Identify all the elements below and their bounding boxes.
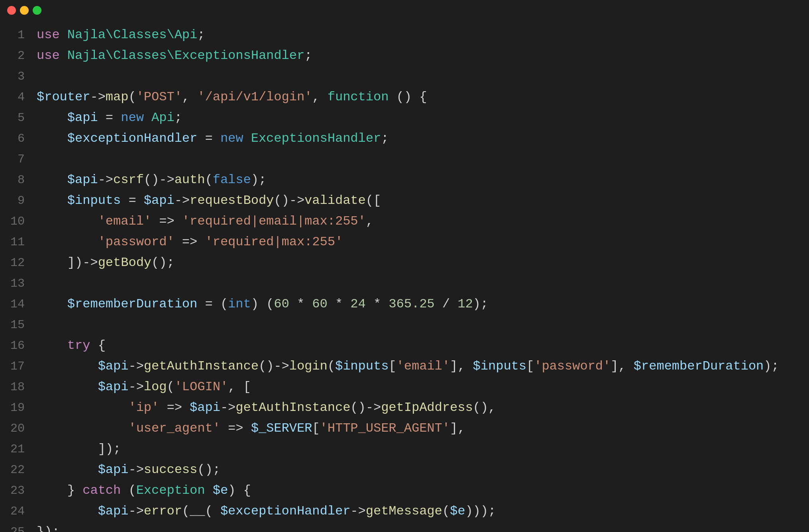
token-ns: Najla\Classes\Api <box>67 27 197 42</box>
token-kw-use: use <box>37 48 60 63</box>
token-plain: = ( <box>197 297 228 311</box>
token-func-call: getAuthInstance <box>236 400 350 415</box>
line-content: $router->map('POST', '/api/v1/login', fu… <box>37 87 427 108</box>
token-plain: => <box>220 421 251 436</box>
token-func-call: map <box>106 90 129 104</box>
token-plain: * <box>289 297 312 311</box>
line-number: 23 <box>4 480 25 501</box>
token-var: $inputs <box>67 193 121 208</box>
token-plain: -> <box>90 90 105 104</box>
code-line: 1use Najla\Classes\Api; <box>0 25 809 45</box>
token-plain: -> <box>128 379 143 394</box>
token-func-call: getMessage <box>366 504 442 518</box>
line-content: $api->log('LOGIN', [ <box>37 377 251 397</box>
token-plain <box>37 110 67 125</box>
traffic-light-red[interactable] <box>7 6 16 15</box>
token-plain: -> <box>175 193 190 208</box>
token-plain <box>37 421 128 436</box>
token-func-call: getAuthInstance <box>144 359 259 374</box>
token-class-name: Exception <box>136 483 205 498</box>
token-plain: -> <box>220 400 236 415</box>
token-plain: -> <box>128 359 143 374</box>
token-class-name: Api <box>151 110 175 125</box>
token-plain: (__( <box>182 504 220 518</box>
token-catch-kw: catch <box>82 483 121 498</box>
code-line: 2use Najla\Classes\ExceptionsHandler; <box>0 45 809 66</box>
code-line: 23 } catch (Exception $e) { <box>0 480 809 501</box>
token-kw-green: function <box>328 90 389 104</box>
line-number: 10 <box>4 211 25 232</box>
token-plain: }); <box>37 524 60 532</box>
line-number: 1 <box>4 25 25 45</box>
token-plain: , [ <box>228 379 251 394</box>
token-var: $api <box>98 379 129 394</box>
token-plain <box>37 193 67 208</box>
token-var: $router <box>37 90 90 104</box>
token-ns: Najla\Classes\ExceptionsHandler <box>67 48 304 63</box>
token-var: $api <box>98 504 129 518</box>
token-plain: * <box>328 297 351 311</box>
token-plain: } <box>37 483 82 498</box>
token-plain <box>37 131 67 146</box>
line-number: 12 <box>4 252 25 273</box>
token-class-name: ExceptionsHandler <box>251 131 381 146</box>
line-content: try { <box>37 335 106 356</box>
line-content: 'ip' => $api->getAuthInstance()->getIpAd… <box>37 397 496 418</box>
line-content <box>37 66 44 87</box>
token-var: $rememberDuration <box>67 297 197 311</box>
token-key: 'HTTP_USER_AGENT' <box>320 421 450 436</box>
token-plain: , <box>366 214 373 229</box>
line-number: 8 <box>4 170 25 190</box>
code-line: 7 <box>0 149 809 170</box>
token-plain: ) ( <box>251 297 274 311</box>
token-num: 60 <box>312 297 327 311</box>
code-line: 22 $api->success(); <box>0 460 809 480</box>
token-plain <box>37 214 98 229</box>
token-var: $api <box>98 462 129 477</box>
line-number: 19 <box>4 397 25 418</box>
token-plain: ]); <box>37 442 121 456</box>
line-number: 9 <box>4 190 25 211</box>
code-line: 16 try { <box>0 335 809 356</box>
token-func-call: login <box>289 359 328 374</box>
token-try-kw: try <box>67 338 90 353</box>
code-line: 6 $exceptionHandler = new ExceptionsHand… <box>0 128 809 149</box>
line-number: 3 <box>4 66 25 87</box>
token-plain: / <box>435 297 458 311</box>
line-content: $api = new Api; <box>37 108 182 128</box>
traffic-light-green[interactable] <box>33 6 41 15</box>
title-bar <box>0 0 809 21</box>
token-plain <box>37 359 98 374</box>
code-line: 3 <box>0 66 809 87</box>
code-line: 5 $api = new Api; <box>0 108 809 128</box>
token-plain: ()-> <box>274 193 304 208</box>
line-number: 21 <box>4 439 25 460</box>
token-kw: new <box>220 131 243 146</box>
line-content: }); <box>37 522 60 532</box>
token-plain: ])-> <box>37 255 98 270</box>
token-plain <box>37 504 98 518</box>
traffic-light-yellow[interactable] <box>20 6 29 15</box>
token-func-call: getIpAddress <box>381 400 473 415</box>
token-plain: -> <box>128 504 143 518</box>
token-plain <box>60 48 67 63</box>
line-content: 'password' => 'required|max:255' <box>37 232 343 252</box>
token-plain: ], <box>611 359 634 374</box>
token-key: 'ip' <box>128 400 159 415</box>
line-content <box>37 273 44 294</box>
code-line: 9 $inputs = $api->requestBody()->validat… <box>0 190 809 211</box>
token-func-call: auth <box>175 172 205 187</box>
token-plain: () { <box>389 90 427 104</box>
token-key: 'user_agent' <box>128 421 220 436</box>
token-plain: ) { <box>228 483 251 498</box>
token-plain <box>205 483 212 498</box>
token-plain: ( <box>121 483 136 498</box>
token-plain: ( <box>328 359 335 374</box>
token-plain: -> <box>128 462 143 477</box>
token-plain <box>37 338 67 353</box>
token-plain: ; <box>304 48 312 63</box>
code-line: 18 $api->log('LOGIN', [ <box>0 377 809 397</box>
token-num: 365.25 <box>389 297 434 311</box>
token-plain: ([ <box>366 193 381 208</box>
code-line: 24 $api->error(__( $exceptionHandler->ge… <box>0 501 809 522</box>
